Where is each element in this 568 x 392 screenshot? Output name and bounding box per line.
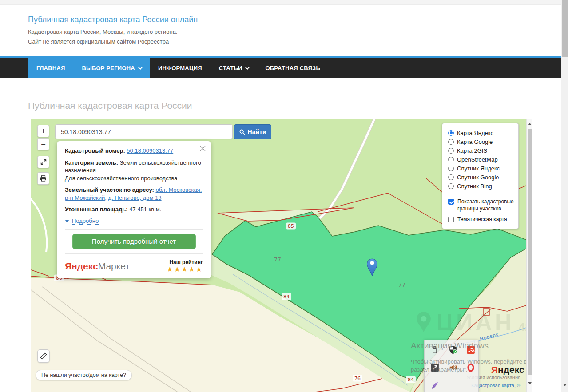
zoom-out-button[interactable]: − — [37, 138, 49, 150]
popup-footer: ЯндексМаркет Наш рейтинг ★★★★★ — [65, 258, 203, 273]
nav-active-group: ГЛАВНАЯ ВЫБОР РЕГИОНА — [28, 58, 150, 78]
details-link[interactable]: Подробно — [72, 218, 99, 225]
expand-arrows-icon — [40, 159, 47, 165]
get-report-button[interactable]: Получить подробный отчет — [72, 234, 196, 249]
main-nav: ГЛАВНАЯ ВЫБОР РЕГИОНА ИНФОРМАЦИЯ СТАТЬИ … — [0, 58, 561, 78]
site-subtitle-2: Сайт не является официальным сайтом Роср… — [28, 38, 169, 45]
yandex-market-logo-gray: Маркет — [98, 261, 130, 271]
address-label: Земельный участок по адресу: — [65, 186, 154, 193]
radio-icon — [448, 130, 454, 136]
quarter-label: 77 — [398, 281, 405, 288]
print-button[interactable] — [37, 172, 49, 185]
parcel-info-popup: Кадастровый номер: 50:18:0090313:77 Кате… — [57, 141, 211, 278]
faint-watermark: ЦИАН 42 — [415, 309, 526, 336]
nav-item-region-select[interactable]: ВЫБОР РЕГИОНА — [73, 58, 149, 78]
land-category-label: Категория земель: — [65, 159, 118, 166]
scroll-up-arrow[interactable] — [527, 121, 533, 127]
triangle-down-icon — [65, 220, 69, 222]
ruler-icon — [40, 352, 47, 360]
layer-option-2gis-map[interactable]: Карта 2GIS — [448, 146, 514, 155]
layer-option-osm[interactable]: OpenStreetMap — [448, 155, 514, 164]
close-icon[interactable] — [200, 146, 206, 151]
scrollbar-thumb[interactable] — [562, 0, 568, 57]
nav-item-articles-label: СТАТЬИ — [219, 58, 242, 78]
page: Публичная кадастровая карта России онлай… — [0, 0, 568, 392]
opera-icon[interactable] — [466, 363, 475, 372]
radio-icon — [448, 183, 454, 189]
address-row: Земельный участок по адресу: обл. Москов… — [65, 186, 203, 202]
pin-watermark-icon — [415, 312, 432, 333]
site-title[interactable]: Публичная кадастровая карта России онлай… — [28, 15, 198, 24]
yandex-market-logo-red: Яндекс — [65, 261, 98, 271]
yandex-market-logo[interactable]: ЯндексМаркет — [65, 261, 130, 272]
volume-icon[interactable] — [449, 363, 457, 372]
land-use-value: Для сельскохозяйственного производства — [65, 175, 178, 182]
nav-item-home-label: ГЛАВНАЯ — [36, 58, 65, 78]
parcel-label: 84 — [282, 293, 291, 300]
radio-icon — [448, 139, 454, 145]
cadastral-number-row: Кадастровый номер: 50:18:0090313:77 — [65, 147, 203, 155]
rating-box: Наш рейтинг ★★★★★ — [167, 259, 203, 273]
scroll-down-arrow[interactable] — [527, 380, 533, 386]
nav-item-home[interactable]: ГЛАВНАЯ — [28, 58, 73, 78]
widget-scrollbar[interactable] — [526, 119, 532, 392]
toggle-cadastral-boundaries[interactable]: Показать кадастровые границы участков — [448, 198, 514, 212]
map-viewport[interactable]: ЦИАН 42 85 86 84 76 76 84 77 77 р. Невер… — [31, 119, 526, 392]
cadastral-number-link[interactable]: 50:18:0090313:77 — [127, 147, 173, 154]
layer-option-bing-satellite[interactable]: Спутник Bing — [448, 182, 514, 190]
area-label: Уточненная площадь: — [65, 206, 127, 213]
chevron-down-icon — [245, 65, 250, 70]
radio-icon — [448, 157, 454, 162]
chevron-down-icon — [138, 65, 143, 70]
details-row: Подробно — [65, 218, 203, 225]
layer-option-yandex-satellite[interactable]: Спутник Яндекс — [448, 164, 514, 173]
browser-scrollbar[interactable] — [561, 0, 568, 392]
printer-icon — [40, 175, 47, 182]
not-found-help-button[interactable]: Не нашли участок/дом на карте? — [36, 370, 132, 380]
checkbox-icon — [448, 199, 454, 205]
scroll-down-arrow[interactable] — [563, 386, 567, 392]
rating-label: Наш рейтинг — [167, 259, 203, 265]
usb-device-icon[interactable] — [430, 345, 439, 354]
top-strip — [0, 0, 561, 5]
radio-icon — [448, 174, 454, 180]
red-app-icon[interactable] — [466, 345, 475, 354]
nav-item-feedback-label: ОБРАТНАЯ СВЯЗЬ — [265, 58, 320, 78]
send-arrow-app-icon[interactable] — [430, 363, 439, 372]
rating-stars: ★★★★★ — [167, 265, 203, 273]
search-button-label: Найти — [248, 128, 266, 135]
area-value: 47 451 кв.м. — [129, 206, 161, 213]
radio-icon — [448, 148, 454, 154]
scrollbar-thumb[interactable] — [528, 129, 532, 375]
nav-item-information[interactable]: ИНФОРМАЦИЯ — [150, 58, 211, 78]
search-icon — [239, 129, 245, 135]
system-tray-flyout — [424, 340, 479, 392]
divider — [65, 253, 203, 254]
nav-item-articles[interactable]: СТАТЬИ — [211, 58, 257, 78]
measure-ruler-button[interactable] — [37, 349, 50, 363]
zoom-in-button[interactable]: + — [37, 125, 49, 137]
map-layers-panel: Карта Яндекс Карта Google Карта 2GIS Ope… — [442, 123, 519, 229]
search-button[interactable]: Найти — [234, 124, 271, 139]
map-marker-pin[interactable] — [365, 257, 379, 277]
area-row: Уточненная площадь: 47 451 кв.м. — [65, 206, 203, 214]
toggle-thematic-map[interactable]: Тематическая карта — [448, 216, 514, 223]
nav-item-information-label: ИНФОРМАЦИЯ — [158, 58, 202, 78]
parcel-label: 85 — [286, 223, 296, 230]
divider — [65, 229, 203, 230]
radio-icon — [448, 166, 454, 171]
nav-item-region-label: ВЫБОР РЕГИОНА — [82, 58, 135, 78]
layer-option-google-map[interactable]: Карта Google — [448, 137, 514, 146]
page-title: Публичная кадастровая карта России — [28, 100, 192, 111]
checkbox-icon — [448, 217, 454, 222]
fullscreen-button[interactable] — [37, 156, 49, 168]
defender-shield-icon[interactable] — [449, 345, 457, 354]
feather-app-icon[interactable] — [430, 381, 439, 390]
divider — [448, 194, 514, 194]
layer-option-yandex-map[interactable]: Карта Яндекс — [448, 128, 514, 137]
land-category-row: Категория земель: Земли сельскохозяйстве… — [65, 159, 203, 182]
layer-option-google-satellite[interactable]: Спутник Google — [448, 173, 514, 182]
nav-item-feedback[interactable]: ОБРАТНАЯ СВЯЗЬ — [257, 58, 328, 78]
search-input[interactable] — [55, 124, 233, 139]
quarter-label: 77 — [274, 256, 281, 263]
